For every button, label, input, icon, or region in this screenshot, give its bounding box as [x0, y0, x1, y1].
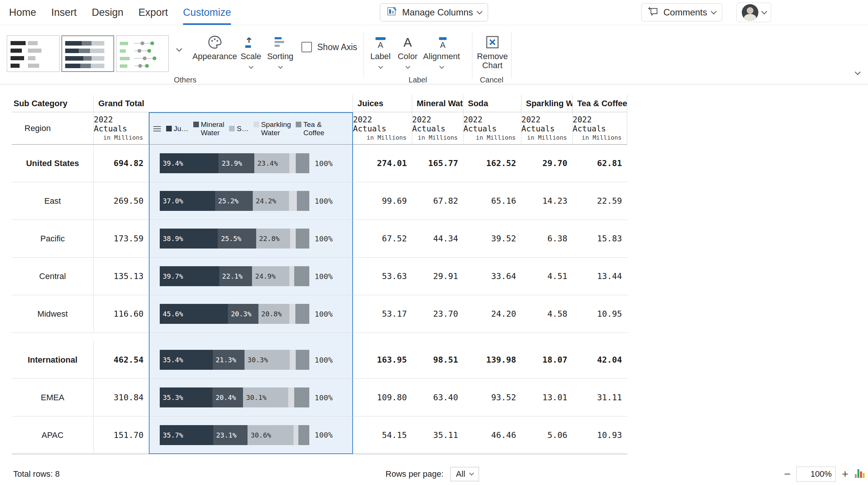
tab-insert[interactable]: Insert: [51, 0, 77, 25]
chart-style-thumbnail-bars[interactable]: [7, 35, 60, 72]
gallery-expand-chevron[interactable]: [176, 46, 182, 52]
value-cell: 6.38: [521, 220, 573, 258]
value-cell: 165.77: [412, 145, 463, 182]
appearance-button[interactable]: Appearance: [190, 34, 239, 61]
chart-cell[interactable]: 45.6%20.3%20.8%100%: [149, 295, 353, 333]
legend-swatch: [296, 122, 301, 127]
bar-total-label: 100%: [315, 272, 333, 281]
svg-text:A: A: [440, 40, 446, 50]
column-header-tea-coffee[interactable]: Tea & Coffee: [573, 95, 627, 112]
rows-per-page-select[interactable]: All: [450, 467, 478, 481]
color-button[interactable]: A Color: [394, 34, 421, 68]
rows-per-page-label: Rows per page:: [385, 469, 443, 479]
value-cell: 14.23: [521, 182, 573, 220]
brand-chart-icon[interactable]: [854, 467, 866, 481]
rows-per-page-value: All: [456, 469, 465, 479]
value-cell: 5.06: [521, 416, 573, 454]
chart-cell[interactable]: 37.0%25.2%24.2%100%: [149, 182, 353, 220]
value-cell: 23.70: [412, 295, 463, 333]
row-label[interactable]: International: [12, 341, 94, 379]
chart-style-thumbnail-dots[interactable]: [116, 35, 169, 72]
grand-total-value: 310.84: [94, 379, 149, 416]
zoom-out-button[interactable]: −: [784, 468, 791, 480]
column-header-mineral-water[interactable]: Mineral Wate: [412, 95, 463, 112]
tab-design[interactable]: Design: [92, 0, 124, 25]
actuals-header: 2022 Actualsin Millions: [412, 112, 463, 145]
label-button[interactable]: A Label: [367, 34, 394, 68]
row-label[interactable]: Midwest: [12, 295, 94, 333]
bar-total-label: 100%: [315, 355, 333, 365]
bar-total-label: 100%: [315, 310, 333, 319]
value-cell: 67.82: [412, 182, 463, 220]
chevron-down-icon: [405, 64, 410, 69]
row-label[interactable]: United States: [12, 145, 94, 182]
sorting-icon: [273, 34, 288, 51]
value-cell: 35.11: [412, 416, 463, 454]
tab-home[interactable]: Home: [9, 0, 36, 25]
comments-label: Comments: [663, 7, 707, 18]
row-label[interactable]: Central: [12, 258, 94, 295]
grand-total-value: 151.70: [94, 416, 149, 454]
chart-cell[interactable]: 39.7%22.1%24.9%100%: [149, 258, 353, 295]
legend-swatch: [193, 122, 199, 127]
scale-button[interactable]: Scale: [240, 34, 262, 68]
grand-total-value: 462.54: [94, 341, 149, 379]
tab-export[interactable]: Export: [139, 0, 168, 25]
group-separator: [12, 333, 627, 341]
tab-customize[interactable]: Customize: [183, 0, 231, 25]
show-axis-checkbox[interactable]: [301, 42, 312, 52]
column-header-grand-total[interactable]: Grand Total: [94, 95, 353, 112]
table-row: Midwest 116.60 45.6%20.3%20.8%100% 53.17…: [12, 295, 627, 333]
table-row: United States 694.82 39.4%23.9%23.4%100%…: [12, 145, 627, 182]
chart-style-thumbnail-stacked[interactable]: [61, 35, 114, 72]
value-cell: 98.51: [412, 341, 463, 379]
row-label[interactable]: APAC: [12, 416, 94, 454]
sorting-button[interactable]: Sorting: [264, 34, 296, 68]
zoom-in-button[interactable]: +: [842, 468, 848, 480]
row-label[interactable]: Pacific: [12, 220, 94, 258]
chevron-down-icon: [249, 64, 254, 69]
value-cell: 274.01: [353, 145, 412, 182]
chart-cell[interactable]: 35.7%23.1%30.6%100%: [149, 416, 353, 454]
column-header-sub-category[interactable]: Sub Category: [12, 95, 94, 112]
chart-cell[interactable]: 35.3%20.4%30.1%100%: [149, 379, 353, 416]
bar-total-label: 100%: [315, 197, 333, 206]
bar-total-label: 100%: [315, 393, 333, 402]
grand-total-value: 269.50: [94, 182, 149, 220]
total-rows-label: Total rows: 8: [13, 469, 60, 479]
legend-swatch: [166, 126, 172, 131]
column-menu-icon[interactable]: [153, 126, 161, 131]
chart-cell[interactable]: 38.9%25.5%22.8%100%: [149, 220, 353, 258]
palette-icon: [207, 34, 223, 51]
row-label[interactable]: East: [12, 182, 94, 220]
account-menu[interactable]: [737, 3, 771, 22]
value-cell: 46.46: [463, 416, 521, 454]
show-axis-toggle[interactable]: Show Axis: [301, 42, 357, 52]
value-cell: 33.64: [463, 258, 521, 295]
value-cell: 13.01: [521, 379, 573, 416]
manage-columns-button[interactable]: Manage Columns: [380, 3, 488, 21]
column-header-juices[interactable]: Juices: [353, 95, 412, 112]
table-subheader-row: Region 2022 Actuals in Millions Ju… Mine…: [12, 112, 627, 145]
chart-legend: Ju… Mineral Water S… Sparkling Water Tea…: [166, 120, 324, 137]
alignment-button[interactable]: A Alignment: [421, 34, 462, 68]
row-label[interactable]: EMEA: [12, 379, 94, 416]
font-color-icon: A: [400, 34, 415, 51]
chart-column-header[interactable]: Ju… Mineral Water S… Sparkling Water Tea…: [149, 112, 353, 145]
ribbon-collapse-chevron[interactable]: [855, 69, 861, 75]
column-header-soda[interactable]: Soda: [463, 95, 521, 112]
comments-button[interactable]: Comments: [641, 3, 722, 21]
chevron-down-icon: [477, 9, 483, 15]
value-cell: 18.07: [521, 341, 573, 379]
zoom-level[interactable]: 100%: [796, 467, 836, 482]
grand-total-value: 173.59: [94, 220, 149, 258]
actuals-header: 2022 Actualsin Millions: [521, 112, 573, 145]
value-cell: 65.16: [463, 182, 521, 220]
chart-cell[interactable]: 39.4%23.9%23.4%100%: [149, 145, 353, 182]
column-header-sparkling-water[interactable]: Sparkling Wat: [521, 95, 573, 112]
chart-cell[interactable]: 35.4%21.3%30.3%100%: [149, 341, 353, 379]
actuals-header: 2022 Actualsin Millions: [463, 112, 521, 145]
grand-total-value: 135.13: [94, 258, 149, 295]
value-cell: 93.52: [463, 379, 521, 416]
remove-chart-button[interactable]: Remove Chart: [475, 34, 509, 70]
